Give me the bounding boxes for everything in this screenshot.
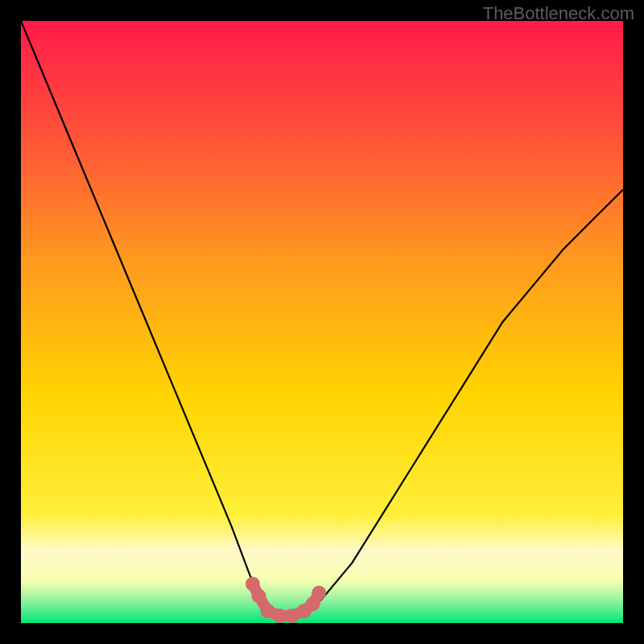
curve-layer — [21, 21, 623, 623]
chart-container: TheBottleneck.com — [0, 0, 644, 644]
watermark-text: TheBottleneck.com — [483, 3, 634, 24]
plot-area — [21, 21, 623, 623]
highlight-dot — [312, 586, 326, 601]
highlight-dot — [251, 588, 266, 603]
bottleneck-curve — [21, 21, 623, 617]
highlight-dots — [246, 576, 326, 623]
